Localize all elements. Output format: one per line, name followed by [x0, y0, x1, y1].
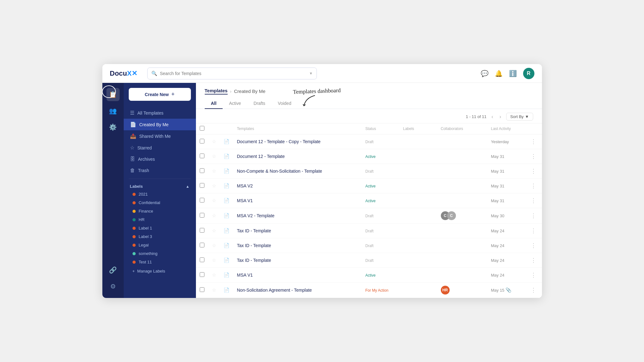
bell-icon[interactable]: 🔔 — [495, 70, 503, 77]
row-more-button[interactable]: ⋮ — [529, 271, 538, 279]
label-item-confidential[interactable]: Confidential — [124, 198, 196, 207]
row-more-button[interactable]: ⋮ — [529, 182, 538, 190]
star-icon[interactable]: ☆ — [212, 183, 216, 188]
tab-active[interactable]: Active — [223, 98, 247, 109]
pagination-prev-button[interactable]: ‹ — [490, 113, 494, 120]
row-checkbox[interactable] — [200, 168, 204, 173]
row-more-button[interactable]: ⋮ — [529, 286, 538, 294]
label-item-label3[interactable]: Label 3 — [124, 232, 196, 241]
rail-icon-2[interactable]: 👥 — [106, 104, 120, 117]
row-name-cell[interactable]: MSA V2 - Template — [233, 208, 362, 224]
row-name-cell[interactable]: Tax ID - Template — [233, 224, 362, 238]
row-more-button[interactable]: ⋮ — [529, 256, 538, 264]
pagination-next-button[interactable]: › — [498, 113, 502, 120]
row-checkbox[interactable] — [200, 198, 204, 203]
select-all-checkbox[interactable] — [200, 126, 204, 131]
label-item-legal[interactable]: Legal — [124, 241, 196, 249]
star-icon[interactable]: ☆ — [212, 139, 216, 144]
row-name-cell[interactable]: MSA V1 — [233, 268, 362, 283]
labels-chevron-icon[interactable]: ▲ — [186, 184, 190, 189]
star-icon[interactable]: ☆ — [212, 198, 216, 203]
star-icon[interactable]: ☆ — [212, 168, 216, 174]
rail-icon-network[interactable]: 🔗 — [106, 263, 120, 277]
row-checkbox[interactable] — [200, 243, 204, 247]
row-checkbox[interactable] — [200, 257, 204, 262]
row-name-cell[interactable]: MSA V1 — [233, 193, 362, 208]
archives-label: Archives — [138, 157, 155, 162]
row-name-cell[interactable]: Document 12 - Template — [233, 149, 362, 164]
search-input[interactable] — [160, 71, 306, 76]
tab-drafts[interactable]: Drafts — [247, 98, 272, 109]
star-icon[interactable]: ☆ — [212, 154, 216, 159]
row-more-button[interactable]: ⋮ — [529, 152, 538, 160]
icon-rail: 📋 👥 ⚙️ 🔗 ⚙ — [102, 83, 124, 298]
avatar[interactable]: R — [523, 68, 534, 79]
row-more-button[interactable]: ⋮ — [529, 138, 538, 146]
tab-voided[interactable]: Voided — [272, 98, 298, 109]
row-more-button[interactable]: ⋮ — [529, 197, 538, 205]
row-name-cell[interactable]: Tax ID - Template — [233, 238, 362, 253]
row-checkbox[interactable] — [200, 228, 204, 233]
label-item-test11[interactable]: Test 11 — [124, 258, 196, 266]
row-star-cell: ☆ — [208, 193, 220, 208]
label-item-label1[interactable]: Label 1 — [124, 224, 196, 232]
rail-templates-icon[interactable]: 📋 — [106, 88, 120, 101]
row-star-cell: ☆ — [208, 179, 220, 193]
sidebar-item-all-templates[interactable]: ☰ All Templates — [124, 107, 196, 119]
activity-date: May 24 — [491, 258, 505, 263]
row-name-cell[interactable]: MSA V2 — [233, 179, 362, 193]
star-icon[interactable]: ☆ — [212, 257, 216, 263]
row-status-cell: Active — [362, 193, 399, 208]
star-icon[interactable]: ☆ — [212, 272, 216, 278]
doc-icon: 📄 — [224, 257, 230, 263]
row-more-button[interactable]: ⋮ — [529, 167, 538, 175]
row-name-cell[interactable]: Non-Solicitation Agreement - Template — [233, 283, 362, 298]
row-checkbox[interactable] — [200, 154, 204, 158]
activity-date: May 31 — [491, 169, 505, 174]
row-checkbox[interactable] — [200, 272, 204, 277]
row-actions-cell: ⋮ — [525, 179, 542, 193]
breadcrumb-root[interactable]: Templates — [205, 88, 228, 95]
label-item-something[interactable]: something — [124, 249, 196, 258]
star-icon[interactable]: ☆ — [212, 287, 216, 293]
sidebar-item-archives[interactable]: 🗄 Archives — [124, 154, 196, 165]
chat-icon[interactable]: 💬 — [481, 70, 489, 77]
table-row: ☆ 📄 Tax ID - Template Draft May 24 ⋮ — [196, 224, 542, 238]
star-icon[interactable]: ☆ — [212, 228, 216, 233]
search-bar[interactable]: 🔍 ▼ — [147, 68, 317, 79]
sidebar-item-starred[interactable]: ☆ Starred — [124, 142, 196, 154]
info-icon[interactable]: ℹ️ — [509, 70, 517, 77]
sort-by-button[interactable]: Sort By ▼ — [506, 113, 533, 121]
row-checkbox[interactable] — [200, 139, 204, 143]
rail-icon-3[interactable]: ⚙️ — [106, 121, 120, 134]
label-item-2021[interactable]: 2021 — [124, 190, 196, 198]
row-labels-cell — [399, 283, 437, 298]
row-labels-cell — [399, 149, 437, 164]
row-name-cell[interactable]: Non-Compete & Non-Solicitation - Templat… — [233, 164, 362, 179]
template-name: MSA V2 - Template — [237, 213, 275, 218]
sidebar-item-shared-with-me[interactable]: 📤 Shared With Me — [124, 130, 196, 142]
label-item-finance[interactable]: Finance — [124, 207, 196, 215]
row-name-cell[interactable]: Document 12 - Template - Copy - Template — [233, 134, 362, 149]
row-checkbox[interactable] — [200, 213, 204, 218]
manage-labels-item[interactable]: + Manage Labels — [124, 266, 196, 276]
label-dot-hr — [133, 218, 136, 221]
label-name-finance: Finance — [139, 209, 153, 213]
row-more-button[interactable]: ⋮ — [529, 241, 538, 250]
label-item-hr[interactable]: HR — [124, 215, 196, 224]
tab-all[interactable]: All — [205, 98, 223, 109]
search-dropdown-icon[interactable]: ▼ — [309, 71, 313, 76]
sidebar-item-trash[interactable]: 🗑 Trash — [124, 165, 196, 176]
star-icon[interactable]: ☆ — [212, 213, 216, 218]
row-checkbox[interactable] — [200, 287, 204, 292]
row-more-button[interactable]: ⋮ — [529, 227, 538, 235]
rail-icon-settings[interactable]: ⚙ — [106, 280, 120, 293]
row-checkbox[interactable] — [200, 183, 204, 188]
row-actions-cell: ⋮ — [525, 164, 542, 179]
row-name-cell[interactable]: Tax ID - Template — [233, 253, 362, 268]
row-activity-cell: May 24 — [487, 253, 525, 268]
create-new-button[interactable]: Create New + — [129, 88, 191, 101]
row-more-button[interactable]: ⋮ — [529, 212, 538, 220]
sidebar-item-created-by-me[interactable]: 📄 Created By Me — [124, 119, 196, 130]
star-icon[interactable]: ☆ — [212, 243, 216, 248]
